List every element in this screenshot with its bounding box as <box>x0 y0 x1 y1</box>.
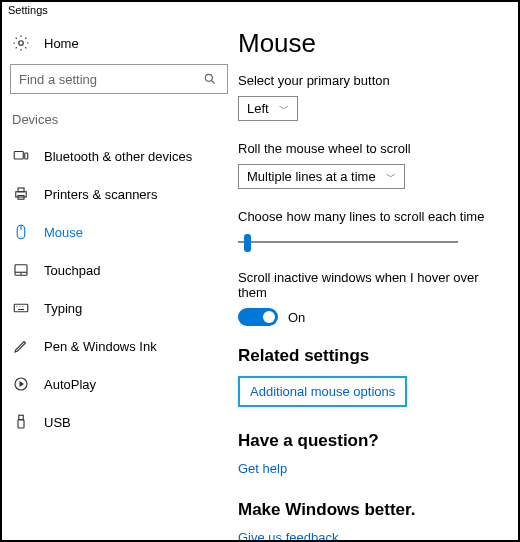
window-body: Home Find a setting Devices Bluetooth & … <box>2 20 518 540</box>
svg-rect-5 <box>16 192 27 197</box>
svg-point-0 <box>19 41 24 46</box>
sidebar-item-label: AutoPlay <box>44 377 96 392</box>
svg-rect-13 <box>14 304 28 312</box>
inactive-scroll-label: Scroll inactive windows when I hover ove… <box>238 270 508 300</box>
home-nav[interactable]: Home <box>10 30 230 64</box>
toggle-knob <box>263 311 275 323</box>
related-heading: Related settings <box>238 346 508 366</box>
chevron-down-icon: ﹀ <box>386 170 396 184</box>
svg-point-1 <box>205 74 212 81</box>
additional-mouse-options-highlight: Additional mouse options <box>238 376 407 407</box>
feedback-heading: Make Windows better. <box>238 500 508 520</box>
printer-icon <box>12 185 30 203</box>
sidebar-item-label: USB <box>44 415 71 430</box>
svg-line-2 <box>212 81 215 84</box>
sidebar-item-autoplay[interactable]: AutoPlay <box>10 365 230 403</box>
sidebar-item-label: Printers & scanners <box>44 187 157 202</box>
inactive-scroll-toggle-row: On <box>238 308 508 326</box>
sidebar-item-label: Touchpad <box>44 263 100 278</box>
mouse-icon <box>12 223 30 241</box>
slider-track <box>238 241 458 243</box>
gear-icon <box>12 34 30 52</box>
usb-icon <box>12 413 30 431</box>
category-label: Devices <box>10 112 230 137</box>
sidebar-item-typing[interactable]: Typing <box>10 289 230 327</box>
sidebar: Home Find a setting Devices Bluetooth & … <box>2 20 234 540</box>
svg-rect-21 <box>18 420 24 428</box>
primary-button-dropdown[interactable]: Left ﹀ <box>238 96 298 121</box>
lines-scroll-slider[interactable] <box>238 232 458 252</box>
lines-scroll-label: Choose how many lines to scroll each tim… <box>238 209 508 224</box>
sidebar-item-label: Bluetooth & other devices <box>44 149 192 164</box>
slider-thumb[interactable] <box>244 234 251 252</box>
svg-rect-6 <box>18 188 24 192</box>
sidebar-item-touchpad[interactable]: Touchpad <box>10 251 230 289</box>
touchpad-icon <box>12 261 30 279</box>
sidebar-item-label: Pen & Windows Ink <box>44 339 157 354</box>
autoplay-icon <box>12 375 30 393</box>
primary-button-label: Select your primary button <box>238 73 508 88</box>
sidebar-item-label: Mouse <box>44 225 83 240</box>
feedback-link[interactable]: Give us feedback <box>238 530 338 540</box>
search-icon <box>201 70 219 88</box>
page-title: Mouse <box>238 28 508 59</box>
main-content: Mouse Select your primary button Left ﹀ … <box>234 20 518 540</box>
sidebar-item-label: Typing <box>44 301 82 316</box>
get-help-link[interactable]: Get help <box>238 461 287 476</box>
inactive-scroll-toggle[interactable] <box>238 308 278 326</box>
sidebar-item-printers[interactable]: Printers & scanners <box>10 175 230 213</box>
home-label: Home <box>44 36 79 51</box>
sidebar-item-pen[interactable]: Pen & Windows Ink <box>10 327 230 365</box>
feedback-block: Make Windows better. Give us feedback <box>238 500 508 540</box>
chevron-down-icon: ﹀ <box>279 102 289 116</box>
sidebar-item-bluetooth[interactable]: Bluetooth & other devices <box>10 137 230 175</box>
sidebar-item-usb[interactable]: USB <box>10 403 230 441</box>
search-placeholder: Find a setting <box>19 72 201 87</box>
search-input[interactable]: Find a setting <box>10 64 228 94</box>
wheel-scroll-label: Roll the mouse wheel to scroll <box>238 141 508 156</box>
additional-mouse-options-link[interactable]: Additional mouse options <box>250 384 395 399</box>
keyboard-icon <box>12 299 30 317</box>
question-block: Have a question? Get help <box>238 431 508 476</box>
svg-rect-3 <box>14 152 23 160</box>
wheel-scroll-dropdown[interactable]: Multiple lines at a time ﹀ <box>238 164 405 189</box>
svg-rect-20 <box>19 415 24 420</box>
svg-marker-19 <box>20 381 25 387</box>
svg-rect-4 <box>25 153 28 159</box>
window-title: Settings <box>2 2 518 20</box>
pen-icon <box>12 337 30 355</box>
toggle-state: On <box>288 310 305 325</box>
sidebar-item-mouse[interactable]: Mouse <box>10 213 230 251</box>
dropdown-value: Left <box>247 101 269 116</box>
dropdown-value: Multiple lines at a time <box>247 169 376 184</box>
devices-icon <box>12 147 30 165</box>
settings-window: Settings Home Find a setting Devices Blu… <box>0 0 520 542</box>
question-heading: Have a question? <box>238 431 508 451</box>
